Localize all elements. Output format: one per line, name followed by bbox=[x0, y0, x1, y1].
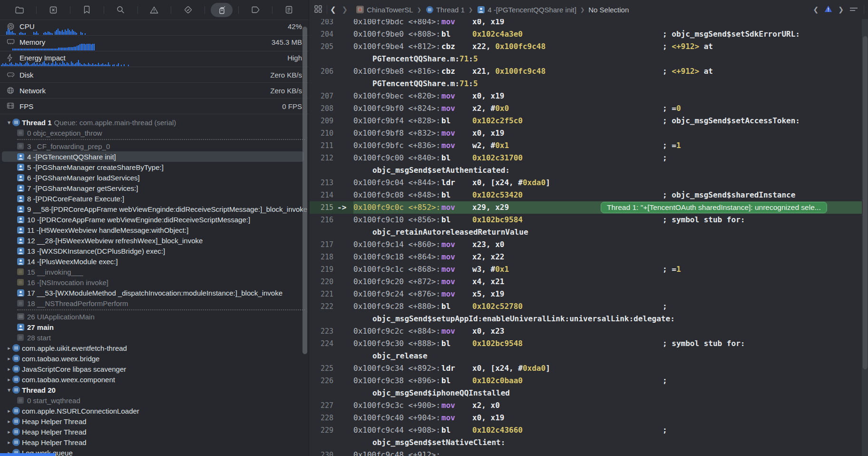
line-number[interactable]: 211 bbox=[310, 139, 333, 152]
chevron-right-icon[interactable]: ▸ bbox=[6, 408, 12, 414]
line-number[interactable]: 208 bbox=[310, 102, 333, 115]
chevron-down-icon[interactable]: ▾ bbox=[6, 387, 12, 393]
jumpbar-crumb[interactable]: 4 -[PGTencentQQShare init] bbox=[477, 6, 576, 14]
line-number[interactable]: 226 bbox=[310, 375, 333, 387]
line-number[interactable]: 220 bbox=[310, 276, 333, 288]
line-number[interactable]: 219 bbox=[310, 263, 333, 276]
chevron-right-icon[interactable]: ▸ bbox=[6, 418, 12, 425]
chevron-right-icon[interactable]: ▸ bbox=[6, 356, 12, 362]
line-number[interactable]: 206 bbox=[310, 65, 333, 78]
chevron-right-icon[interactable]: ▸ bbox=[6, 345, 12, 351]
related-items-grid-icon[interactable] bbox=[314, 5, 322, 14]
editor-scroll-thumb[interactable] bbox=[863, 36, 868, 369]
thread-row[interactable]: ▾Thread 1Queue: com.apple.main-thread (s… bbox=[0, 117, 309, 128]
metric-row-network[interactable]: NetworkZero KB/s bbox=[0, 83, 309, 99]
stack-frame-row[interactable]: 18 __NSThreadPerformPerform bbox=[0, 298, 309, 308]
chevron-right-icon[interactable]: ▸ bbox=[6, 429, 12, 435]
thread-row[interactable]: ▸com.apple.NSURLConnectionLoader bbox=[0, 406, 309, 416]
sidebar-scrollbar[interactable] bbox=[302, 27, 307, 354]
stack-frame-row[interactable]: 0 start_wqthread bbox=[0, 395, 309, 406]
navtab-project-navigator[interactable] bbox=[9, 3, 30, 17]
navtab-issue-navigator[interactable] bbox=[143, 3, 165, 17]
metric-row-fps[interactable]: FPS0 FPS bbox=[0, 99, 309, 114]
line-number[interactable]: 218 bbox=[310, 251, 333, 263]
line-number[interactable]: 227 bbox=[310, 399, 333, 412]
line-number[interactable]: 203 bbox=[310, 19, 333, 28]
stack-frame-row[interactable]: 0 objc_exception_throw bbox=[0, 128, 309, 138]
stack-frame-row[interactable]: 7 -[PGShareManager getServices:] bbox=[0, 183, 309, 193]
chevron-right-icon[interactable]: ▸ bbox=[6, 439, 12, 446]
metric-row-energy-impact[interactable]: Energy ImpactHigh bbox=[0, 51, 309, 67]
line-number[interactable]: 228 bbox=[310, 412, 333, 424]
stack-frame-row[interactable]: 12 __28-[H5WeexWebview refreshWeex]_bloc… bbox=[0, 235, 309, 246]
line-number[interactable]: 222 bbox=[310, 300, 333, 313]
line-number[interactable]: 223 bbox=[310, 325, 333, 337]
operands: x2, x0 bbox=[472, 399, 663, 412]
stack-frame-row[interactable]: 4 -[PGTencentQQShare init] bbox=[0, 151, 309, 162]
line-number[interactable]: 212 bbox=[310, 152, 333, 164]
line-number[interactable]: 224 bbox=[310, 337, 333, 350]
stack-frame-row[interactable]: 13 -[WXSDKInstance(DCPlusBridge) exec:] bbox=[0, 246, 309, 256]
metric-row-memory[interactable]: Memory345.3 MB bbox=[0, 36, 309, 51]
stack-frame-row[interactable]: 10 -[PDRCoreAppFrame webViewEnginde:didR… bbox=[0, 214, 309, 225]
thread-row[interactable]: ▸com.apple.uikit.eventfetch-thread bbox=[0, 343, 309, 353]
stack-frame-row[interactable]: 11 -[H5WeexWebview handleMessage:withObj… bbox=[0, 225, 309, 235]
chevron-right-icon[interactable]: ▸ bbox=[6, 366, 12, 372]
metric-row-disk[interactable]: DiskZero KB/s bbox=[0, 67, 309, 83]
exception-badge[interactable]: Thread 1: "+[TencentOAuth sharedInstance… bbox=[601, 202, 827, 213]
stack-frame-row[interactable]: 5 -[PGShareManager createShareByType:] bbox=[0, 162, 309, 172]
line-number[interactable]: 230 bbox=[310, 449, 333, 456]
editor-scroll-track[interactable] bbox=[862, 17, 868, 456]
line-number[interactable]: 221 bbox=[310, 288, 333, 300]
chevron-down-icon[interactable]: ▾ bbox=[6, 119, 12, 126]
jumpbar-crumb[interactable]: Thread 1 bbox=[425, 6, 465, 14]
next-issue-icon[interactable]: ❯ bbox=[838, 6, 844, 13]
thread-row[interactable]: ▸com.taobao.weex.bridge bbox=[0, 353, 309, 364]
jumpbar-back-icon[interactable]: ❮ bbox=[330, 5, 336, 14]
stack-frame-row[interactable]: 6 -[PGShareManager loadServices] bbox=[0, 172, 309, 183]
prev-issue-icon[interactable]: ❮ bbox=[813, 6, 819, 13]
thread-row[interactable]: ▸Heap Helper Thread bbox=[0, 416, 309, 426]
stack-frame-row[interactable]: 17 __53-[WXModuleMethod _dispatchInvocat… bbox=[0, 287, 309, 298]
line-number[interactable]: 217 bbox=[310, 238, 333, 251]
stack-frame-row[interactable]: 9 __58-[PDRCoreAppFrame webViewEnginde:d… bbox=[0, 204, 309, 214]
stack-frame-row[interactable]: 27 main bbox=[0, 322, 309, 332]
navtab-bookmark-navigator[interactable] bbox=[76, 3, 98, 17]
stack-frame-row[interactable]: 15 __invoking___ bbox=[0, 267, 309, 277]
stack-frame-row[interactable]: 28 start bbox=[0, 332, 309, 343]
navtab-find-navigator[interactable] bbox=[110, 3, 132, 17]
chevron-right-icon[interactable]: ▸ bbox=[6, 377, 12, 383]
thread-row[interactable]: ▸Heap Helper Thread bbox=[0, 426, 309, 437]
navtab-debug-navigator[interactable] bbox=[211, 3, 233, 17]
line-number[interactable]: 209 bbox=[310, 115, 333, 127]
stack-frame-row[interactable]: 3 _CF_forwarding_prep_0 bbox=[0, 141, 309, 151]
line-number[interactable]: 214 bbox=[310, 189, 333, 201]
line-number[interactable]: 205 bbox=[310, 40, 333, 53]
thread-row[interactable]: ▸JavaScriptCore libpas scavenger bbox=[0, 364, 309, 374]
navtab-report-navigator[interactable] bbox=[278, 3, 300, 17]
line-number[interactable]: 207 bbox=[310, 90, 333, 102]
line-number[interactable]: 204 bbox=[310, 28, 333, 40]
adjust-editor-icon[interactable] bbox=[849, 6, 858, 14]
jumpbar-forward-icon[interactable]: ❯ bbox=[342, 5, 348, 14]
line-number[interactable]: 213 bbox=[310, 177, 333, 189]
jumpbar-crumb[interactable]: ChinaTowerSL bbox=[355, 6, 413, 14]
thread-row[interactable]: ▸Heap Helper Thread bbox=[0, 437, 309, 447]
stack-frame-row[interactable]: 8 -[PDRCoreFeature Execute:] bbox=[0, 193, 309, 204]
navtab-test-navigator[interactable] bbox=[177, 3, 199, 17]
thread-row[interactable]: ▾Thread 20 bbox=[0, 385, 309, 395]
metric-row-cpu[interactable]: CPU42% bbox=[0, 20, 309, 36]
issue-warning-icon[interactable] bbox=[824, 5, 832, 14]
jumpbar-crumb[interactable]: No Selection bbox=[588, 6, 629, 14]
line-number[interactable]: 215 bbox=[310, 201, 333, 214]
line-number[interactable]: 229 bbox=[310, 424, 333, 436]
line-number[interactable]: 216 bbox=[310, 214, 333, 226]
line-number[interactable]: 225 bbox=[310, 362, 333, 375]
stack-frame-row[interactable]: 26 UIApplicationMain bbox=[0, 311, 309, 322]
line-number[interactable]: 210 bbox=[310, 127, 333, 139]
navtab-source-control-navigator[interactable] bbox=[42, 3, 64, 17]
thread-row[interactable]: ▸com.taobao.weex.component bbox=[0, 374, 309, 385]
stack-frame-row[interactable]: 14 -[PlusWeexModule exec:] bbox=[0, 256, 309, 267]
stack-frame-row[interactable]: 16 -[NSInvocation invoke] bbox=[0, 277, 309, 287]
navtab-breakpoint-navigator[interactable] bbox=[244, 3, 266, 17]
